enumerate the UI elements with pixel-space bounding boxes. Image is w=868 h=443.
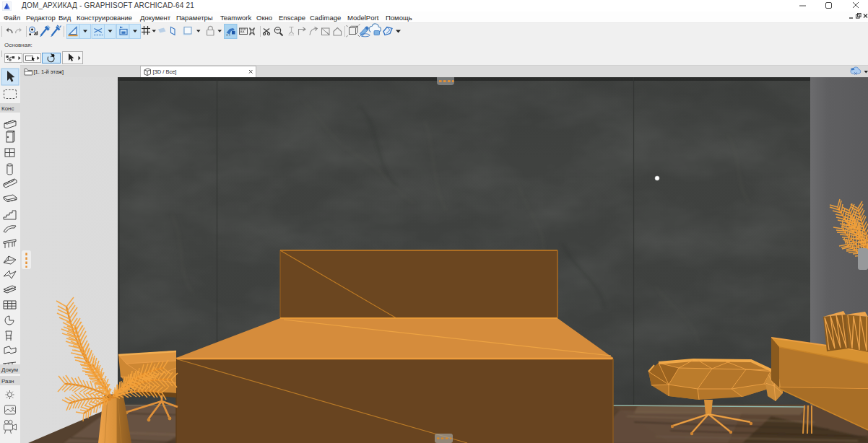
svg-text:Докум: Докум <box>1 367 18 373</box>
svg-text:[3D / Все]: [3D / Все] <box>153 69 177 75</box>
svg-text:[1. 1-й этаж]: [1. 1-й этаж] <box>34 69 64 75</box>
svg-text:Разн: Разн <box>1 378 14 385</box>
svg-text:Конс: Конс <box>1 105 14 112</box>
